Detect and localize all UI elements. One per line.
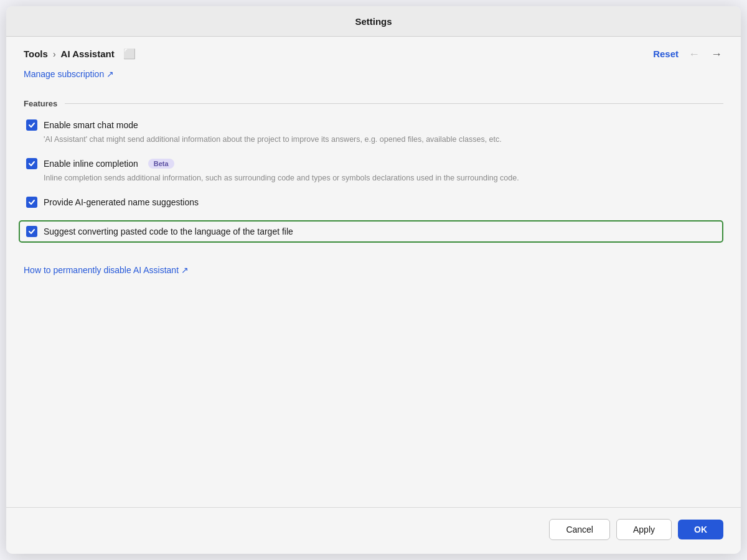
feature-item-smart-chat: Enable smart chat mode 'AI Assistant' ch… — [24, 119, 723, 146]
feature-label-smart-chat: Enable smart chat mode — [44, 120, 138, 130]
scrollable-content: Manage subscription ↗ Features — [6, 68, 741, 507]
feature-item-inline-completion: Enable inline completion Beta Inline com… — [24, 158, 723, 184]
checkmark-icon — [28, 228, 35, 235]
feature-desc-smart-chat: 'AI Assistant' chat might send additiona… — [44, 134, 723, 146]
breadcrumb-bar: Tools › AI Assistant ⬜ Reset ← → — [6, 37, 741, 68]
dialog-content: Tools › AI Assistant ⬜ Reset ← → Manage … — [6, 37, 741, 554]
feature-row-name-suggestions: Provide AI-generated name suggestions — [26, 197, 723, 208]
feature-label-suggest-convert: Suggest converting pasted code to the la… — [44, 226, 293, 236]
feature-label-name-suggestions: Provide AI-generated name suggestions — [44, 197, 199, 207]
breadcrumb: Tools › AI Assistant ⬜ — [24, 48, 136, 60]
feature-item-name-suggestions: Provide AI-generated name suggestions — [24, 197, 723, 208]
apply-button[interactable]: Apply — [616, 519, 672, 540]
back-button[interactable]: ← — [687, 49, 701, 60]
window-icon: ⬜ — [123, 48, 136, 60]
breadcrumb-current: AI Assistant — [61, 49, 115, 59]
dialog-footer: Cancel Apply OK — [6, 507, 741, 554]
section-title: Features — [24, 99, 57, 108]
feature-row-suggest-convert-highlighted: Suggest converting pasted code to the la… — [19, 220, 723, 243]
feature-label-inline-completion: Enable inline completion — [44, 159, 138, 169]
external-link-icon: ↗ — [106, 69, 114, 79]
manage-subscription-link[interactable]: Manage subscription ↗ — [24, 69, 114, 79]
checkbox-inline-completion[interactable] — [26, 158, 37, 169]
cancel-button[interactable]: Cancel — [549, 519, 610, 540]
breadcrumb-tools[interactable]: Tools — [24, 49, 48, 59]
toolbar-right: Reset ← → — [653, 49, 723, 60]
checkbox-smart-chat[interactable] — [26, 119, 37, 131]
checkmark-icon — [28, 160, 35, 167]
checkbox-suggest-convert[interactable] — [26, 226, 37, 237]
how-to-disable-label: How to permanently disable AI Assistant — [24, 265, 179, 275]
features-section: Features Enable smart chat mode 'AI Assi… — [24, 99, 723, 276]
external-link-icon-2: ↗ — [181, 265, 189, 275]
title-bar: Settings — [6, 6, 741, 37]
beta-badge: Beta — [148, 159, 174, 169]
checkmark-icon — [28, 121, 35, 129]
feature-row-inline-completion: Enable inline completion Beta — [26, 158, 723, 169]
checkmark-icon — [28, 198, 35, 206]
ok-button[interactable]: OK — [678, 520, 723, 539]
feature-row-smart-chat: Enable smart chat mode — [26, 119, 723, 131]
checkbox-name-suggestions[interactable] — [26, 197, 37, 208]
forward-button[interactable]: → — [710, 49, 723, 60]
section-header: Features — [24, 99, 723, 108]
feature-item-suggest-convert: Suggest converting pasted code to the la… — [24, 220, 723, 243]
dialog-title: Settings — [355, 16, 392, 27]
settings-dialog: Settings Tools › AI Assistant ⬜ Reset ← … — [6, 6, 741, 554]
manage-subscription-label: Manage subscription — [24, 69, 104, 79]
breadcrumb-separator: › — [53, 49, 56, 59]
section-divider — [65, 103, 723, 104]
reset-button[interactable]: Reset — [653, 49, 679, 59]
how-to-disable-link[interactable]: How to permanently disable AI Assistant … — [24, 265, 189, 275]
feature-desc-inline-completion: Inline completion sends additional infor… — [44, 172, 723, 184]
